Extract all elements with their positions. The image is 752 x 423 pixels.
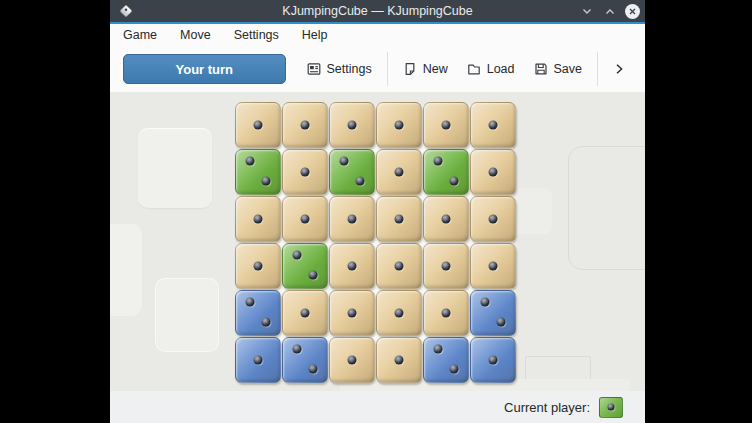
chevron-down-icon xyxy=(581,6,593,17)
board-cell-r2c5[interactable] xyxy=(423,149,469,195)
cube-pip xyxy=(395,262,404,271)
cube-pip xyxy=(442,215,451,224)
board-cell-r3c2[interactable] xyxy=(282,196,328,242)
background-shape xyxy=(110,224,142,316)
board-cell-r2c2[interactable] xyxy=(282,149,328,195)
load-button[interactable]: Load xyxy=(462,56,520,82)
cube-pip xyxy=(489,356,498,365)
maximize-button[interactable] xyxy=(602,3,618,19)
board-cell-r2c1[interactable] xyxy=(235,149,281,195)
cube-pip xyxy=(348,356,357,365)
board-cell-r1c6[interactable] xyxy=(470,102,516,148)
settings-button[interactable]: Settings xyxy=(302,56,377,82)
cube-pip xyxy=(301,168,310,177)
background-shape xyxy=(155,278,219,352)
board-cell-r6c1[interactable] xyxy=(235,337,281,383)
new-button[interactable]: New xyxy=(398,56,453,82)
cube-pip xyxy=(301,309,310,318)
board-cell-r4c3[interactable] xyxy=(329,243,375,289)
cube-pip xyxy=(262,318,271,327)
board-cell-r6c4[interactable] xyxy=(376,337,422,383)
board-cell-r3c1[interactable] xyxy=(235,196,281,242)
cube-pip xyxy=(480,298,489,307)
turn-indicator-button[interactable]: Your turn xyxy=(123,54,286,84)
cube-pip xyxy=(442,262,451,271)
screenshot: { "window": { "title": "KJumpingCube — K… xyxy=(0,0,752,423)
board-cell-r5c6[interactable] xyxy=(470,290,516,336)
cube-pip xyxy=(433,345,442,354)
board-cell-r2c4[interactable] xyxy=(376,149,422,195)
cube-pip xyxy=(254,215,263,224)
cube-pip xyxy=(489,121,498,130)
board-cell-r5c1[interactable] xyxy=(235,290,281,336)
cube-pip xyxy=(489,168,498,177)
titlebar: KJumpingCube — KJumpingCube xyxy=(110,0,645,22)
cube-pip xyxy=(442,121,451,130)
background-shape xyxy=(568,146,645,270)
cube-pip xyxy=(339,157,348,166)
cube-pip xyxy=(489,215,498,224)
file-actions-group: New Load Save xyxy=(398,56,587,82)
board-cell-r3c3[interactable] xyxy=(329,196,375,242)
window-title: KJumpingCube — KJumpingCube xyxy=(110,0,645,22)
board-cell-r1c1[interactable] xyxy=(235,102,281,148)
menu-move[interactable]: Move xyxy=(178,26,213,44)
board-cell-r5c3[interactable] xyxy=(329,290,375,336)
board-cell-r5c5[interactable] xyxy=(423,290,469,336)
cube-pip xyxy=(309,271,318,280)
cube-pip xyxy=(395,356,404,365)
kjumpingcube-window: KJumpingCube — KJumpingCube Game Move xyxy=(110,0,645,423)
board-cell-r3c5[interactable] xyxy=(423,196,469,242)
cube-pip xyxy=(301,121,310,130)
board-cell-r5c2[interactable] xyxy=(282,290,328,336)
save-button-label: Save xyxy=(554,62,583,76)
save-button[interactable]: Save xyxy=(529,56,588,82)
background-shape xyxy=(138,128,212,208)
chevron-right-icon xyxy=(612,62,626,76)
board-cell-r4c2[interactable] xyxy=(282,243,328,289)
save-disk-icon xyxy=(534,62,548,76)
cube-pip xyxy=(450,177,459,186)
cube-pip xyxy=(254,356,263,365)
board-cell-r1c4[interactable] xyxy=(376,102,422,148)
board-cell-r1c2[interactable] xyxy=(282,102,328,148)
cube-pip xyxy=(442,309,451,318)
window-controls xyxy=(579,0,640,22)
cube-pip xyxy=(254,262,263,271)
game-board xyxy=(235,102,516,383)
board-cell-r4c1[interactable] xyxy=(235,243,281,289)
board-cell-r1c5[interactable] xyxy=(423,102,469,148)
toolbar-separator xyxy=(597,52,598,86)
toolbar-overflow-button[interactable] xyxy=(608,58,630,80)
cube-pip xyxy=(356,177,365,186)
configure-icon xyxy=(307,62,321,76)
cube-pip xyxy=(348,215,357,224)
close-button[interactable] xyxy=(625,4,640,19)
minimize-button[interactable] xyxy=(579,3,595,19)
board-cell-r3c4[interactable] xyxy=(376,196,422,242)
board-area xyxy=(110,92,645,391)
board-cell-r6c6[interactable] xyxy=(470,337,516,383)
cube-pip xyxy=(450,365,459,374)
board-cell-r5c4[interactable] xyxy=(376,290,422,336)
cube-pip xyxy=(309,365,318,374)
current-player-label: Current player: xyxy=(504,400,590,415)
load-button-label: Load xyxy=(487,62,515,76)
board-cell-r2c3[interactable] xyxy=(329,149,375,195)
board-cell-r2c6[interactable] xyxy=(470,149,516,195)
board-cell-r4c5[interactable] xyxy=(423,243,469,289)
board-cell-r1c3[interactable] xyxy=(329,102,375,148)
menubar: Game Move Settings Help xyxy=(110,24,645,46)
board-cell-r3c6[interactable] xyxy=(470,196,516,242)
board-cell-r4c6[interactable] xyxy=(470,243,516,289)
board-cell-r6c2[interactable] xyxy=(282,337,328,383)
board-cell-r6c3[interactable] xyxy=(329,337,375,383)
board-cell-r6c5[interactable] xyxy=(423,337,469,383)
new-document-icon xyxy=(403,62,417,76)
menu-help[interactable]: Help xyxy=(300,26,330,44)
board-cell-r4c4[interactable] xyxy=(376,243,422,289)
menu-game[interactable]: Game xyxy=(121,26,159,44)
cube-pip xyxy=(245,298,254,307)
menu-settings[interactable]: Settings xyxy=(232,26,281,44)
cube-pip xyxy=(348,309,357,318)
